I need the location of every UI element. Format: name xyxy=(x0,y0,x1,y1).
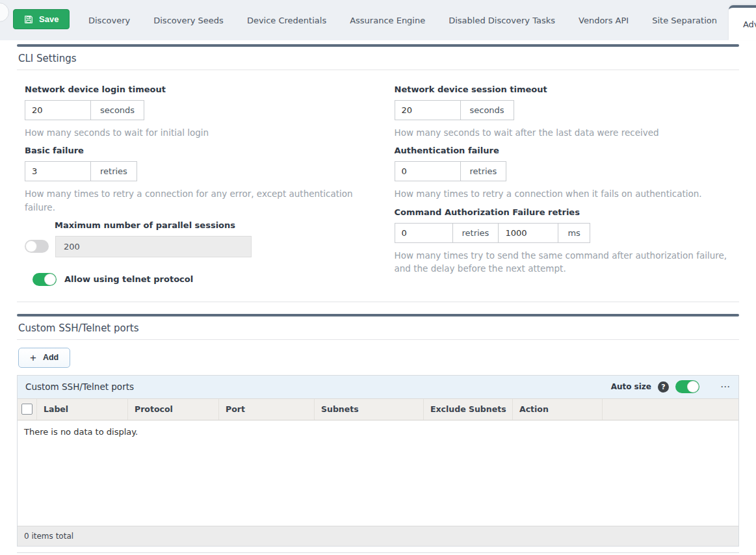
max-parallel-field: Maximum number of parallel sessions xyxy=(25,220,370,257)
column-header-action[interactable]: Action xyxy=(513,399,603,420)
tab-assurance-engine[interactable]: Assurance Engine xyxy=(338,0,437,40)
table-panel-title: Custom SSH/Telnet ports xyxy=(25,381,611,392)
login-timeout-unit: seconds xyxy=(90,100,144,120)
auto-size-toggle[interactable] xyxy=(675,380,699,393)
session-timeout-input[interactable] xyxy=(395,100,461,120)
column-header-subnets[interactable]: Subnets xyxy=(315,399,424,420)
table-header-row: Label Protocol Port Subnets Exclude Subn… xyxy=(18,398,738,420)
max-parallel-label: Maximum number of parallel sessions xyxy=(55,220,370,230)
max-parallel-input xyxy=(55,236,252,257)
session-timeout-unit: seconds xyxy=(460,100,514,120)
tab-discovery-seeds[interactable]: Discovery Seeds xyxy=(142,0,235,40)
items-total-text: 0 items total xyxy=(24,532,73,541)
add-button[interactable]: + Add xyxy=(18,348,70,368)
top-tab-bar: Save Discovery Discovery Seeds Device Cr… xyxy=(0,0,756,40)
basic-failure-label: Basic failure xyxy=(25,146,370,155)
session-timeout-label: Network device session timeout xyxy=(395,84,740,94)
telnet-toggle[interactable] xyxy=(33,273,57,286)
advanced-cli-page: CLI Settings Network device login timeou… xyxy=(0,40,756,553)
toggle-knob xyxy=(687,381,699,393)
cmd-auth-delay-unit: ms xyxy=(558,223,590,243)
empty-state-text: There is no data to display. xyxy=(24,427,138,437)
cmd-auth-help: How many times try to send the same comm… xyxy=(395,249,739,276)
table-panel-header: Custom SSH/Telnet ports Auto size ? ⋯ xyxy=(18,376,738,398)
tab-device-credentials[interactable]: Device Credentials xyxy=(235,0,338,40)
cli-settings-section: CLI Settings Network device login timeou… xyxy=(17,44,739,302)
basic-failure-unit: retries xyxy=(90,161,137,181)
column-header-label[interactable]: Label xyxy=(37,399,128,420)
max-parallel-toggle[interactable] xyxy=(25,240,49,253)
custom-ports-section: Custom SSH/Telnet ports + Add Custom SSH… xyxy=(17,314,739,553)
cli-settings-title: CLI Settings xyxy=(17,47,739,70)
tab-discovery[interactable]: Discovery xyxy=(77,0,142,40)
save-button-label: Save xyxy=(39,14,59,24)
auth-failure-unit: retries xyxy=(460,161,507,181)
login-timeout-help: How many seconds to wait for initial log… xyxy=(25,126,369,139)
help-icon[interactable]: ? xyxy=(658,381,669,393)
column-header-protocol[interactable]: Protocol xyxy=(128,399,219,420)
telnet-field: Allow using telnet protocol xyxy=(33,273,370,286)
basic-failure-help: How many times to retry a connection for… xyxy=(25,187,369,214)
select-all-checkbox[interactable] xyxy=(21,404,33,415)
session-timeout-field: Network device session timeout seconds H… xyxy=(395,84,740,139)
cmd-auth-delay-input[interactable] xyxy=(498,223,558,243)
save-button[interactable]: Save xyxy=(13,9,70,29)
drawer-handle[interactable] xyxy=(0,3,9,22)
page-bottom-divider xyxy=(17,552,739,553)
tab-disabled-discovery-tasks[interactable]: Disabled Discovery Tasks xyxy=(437,0,567,40)
basic-failure-input[interactable] xyxy=(25,161,91,181)
cmd-auth-retries-input[interactable] xyxy=(395,223,453,243)
auth-failure-input[interactable] xyxy=(395,161,461,181)
tab-site-separation[interactable]: Site Separation xyxy=(640,0,729,40)
table-body-empty: There is no data to display. xyxy=(18,420,738,526)
cmd-auth-retries-unit: retries xyxy=(452,223,499,243)
toggle-knob xyxy=(44,274,56,285)
add-button-label: Add xyxy=(43,353,59,362)
auth-failure-label: Authentication failure xyxy=(395,146,740,155)
cmd-auth-label: Command Authorization Failure retries xyxy=(395,207,740,217)
tab-list: Discovery Discovery Seeds Device Credent… xyxy=(77,0,756,40)
custom-ports-title: Custom SSH/Telnet ports xyxy=(17,316,739,340)
save-icon xyxy=(24,15,33,24)
custom-ports-table-panel: Custom SSH/Telnet ports Auto size ? ⋯ La… xyxy=(17,375,739,547)
telnet-label: Allow using telnet protocol xyxy=(64,274,193,284)
basic-failure-field: Basic failure retries How many times to … xyxy=(25,146,370,214)
column-header-spacer xyxy=(603,399,738,420)
cmd-auth-field: Command Authorization Failure retries re… xyxy=(395,207,740,276)
auth-failure-field: Authentication failure retries How many … xyxy=(395,146,740,200)
column-header-port[interactable]: Port xyxy=(219,399,315,420)
cli-settings-form: Network device login timeout seconds How… xyxy=(17,70,739,287)
auto-size-label: Auto size xyxy=(611,382,651,391)
tab-advanced-cli[interactable]: Advanced CLI xyxy=(729,5,756,40)
table-menu-icon[interactable]: ⋯ xyxy=(720,381,731,393)
table-footer: 0 items total xyxy=(18,526,738,546)
login-timeout-label: Network device login timeout xyxy=(25,84,370,94)
column-header-exclude-subnets[interactable]: Exclude Subnets xyxy=(424,399,513,420)
login-timeout-input[interactable] xyxy=(25,100,91,120)
auth-failure-help: How many times to retry a connection whe… xyxy=(395,187,739,200)
toggle-knob xyxy=(25,240,37,252)
form-column-left: Network device login timeout seconds How… xyxy=(25,78,370,287)
plus-icon: + xyxy=(30,352,36,363)
tab-vendors-api[interactable]: Vendors API xyxy=(567,0,640,40)
form-column-right: Network device session timeout seconds H… xyxy=(395,78,740,287)
session-timeout-help: How many seconds to wait after the last … xyxy=(395,126,739,139)
login-timeout-field: Network device login timeout seconds How… xyxy=(25,84,370,139)
